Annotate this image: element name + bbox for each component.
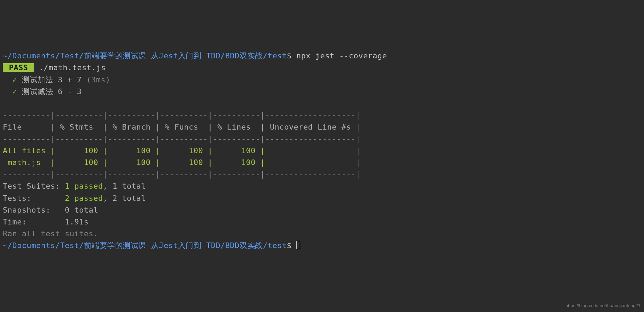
row-mathjs-stmts: | 100 bbox=[50, 158, 103, 167]
time-label: Time: bbox=[3, 217, 65, 226]
col-branch: | % Branch bbox=[103, 123, 155, 131]
row-mathjs-uncov: | | bbox=[260, 158, 361, 167]
prompt-dollar-2: $ bbox=[287, 241, 292, 250]
suites-passed: 1 passed bbox=[65, 182, 103, 190]
table-border: ----------|----------|----------|-------… bbox=[3, 134, 361, 143]
col-funcs: | % Funcs bbox=[155, 123, 208, 131]
table-border: ----------|----------|----------|-------… bbox=[3, 170, 361, 179]
tests-label: Tests: bbox=[3, 194, 65, 203]
tests-total: , 2 total bbox=[103, 194, 146, 203]
col-lines: | % Lines bbox=[208, 123, 260, 131]
snapshots-label: Snapshots: bbox=[3, 206, 65, 214]
test-result-1: 测试加法 3 + 7 bbox=[22, 75, 82, 84]
tests-passed: 2 passed bbox=[65, 194, 103, 203]
row-mathjs-funcs: | 100 bbox=[155, 158, 208, 167]
suites-total: , 1 total bbox=[103, 182, 146, 190]
prompt-path: ~/Documents/Test/前端要学的测试课 从Jest入门到 TDD/B… bbox=[3, 51, 287, 60]
cursor-icon[interactable] bbox=[296, 241, 300, 249]
col-file: File bbox=[3, 123, 50, 131]
command-text: npx jest --coverage bbox=[296, 51, 387, 60]
col-uncov: | Uncovered Line #s | bbox=[260, 123, 361, 131]
check-icon: ✓ bbox=[12, 75, 17, 84]
row-allfiles-uncov: | | bbox=[260, 146, 361, 155]
row-allfiles-stmts: | 100 bbox=[50, 146, 103, 155]
row-mathjs-lines: | 100 bbox=[208, 158, 260, 167]
test-result-2: 测试减法 6 - 3 bbox=[22, 87, 82, 96]
prompt-path-2: ~/Documents/Test/前端要学的测试课 从Jest入门到 TDD/B… bbox=[3, 241, 287, 250]
row-allfiles-file: All files bbox=[3, 146, 50, 155]
test-time-1: (3ms) bbox=[82, 75, 110, 84]
suites-label: Test Suites: bbox=[3, 182, 65, 190]
time-value: 1.91s bbox=[65, 217, 89, 226]
ran-message: Ran all test suites. bbox=[3, 229, 98, 238]
test-file-name: ./math.test.js bbox=[39, 63, 105, 72]
watermark: https://blog.csdn.net/huangjianfeng21 bbox=[566, 302, 641, 309]
col-stmts: | % Stmts bbox=[50, 123, 103, 131]
row-allfiles-lines: | 100 bbox=[208, 146, 260, 155]
row-mathjs-branch: | 100 bbox=[103, 158, 155, 167]
row-mathjs-file: math.js bbox=[3, 158, 50, 167]
table-border: ----------|----------|----------|-------… bbox=[3, 111, 361, 120]
terminal-output: ~/Documents/Test/前端要学的测试课 从Jest入门到 TDD/B… bbox=[3, 50, 641, 252]
snapshots-value: 0 total bbox=[65, 206, 98, 214]
row-allfiles-funcs: | 100 bbox=[155, 146, 208, 155]
prompt-dollar: $ bbox=[287, 51, 292, 60]
check-icon: ✓ bbox=[12, 87, 17, 96]
pass-badge: PASS bbox=[3, 63, 34, 72]
row-allfiles-branch: | 100 bbox=[103, 146, 155, 155]
